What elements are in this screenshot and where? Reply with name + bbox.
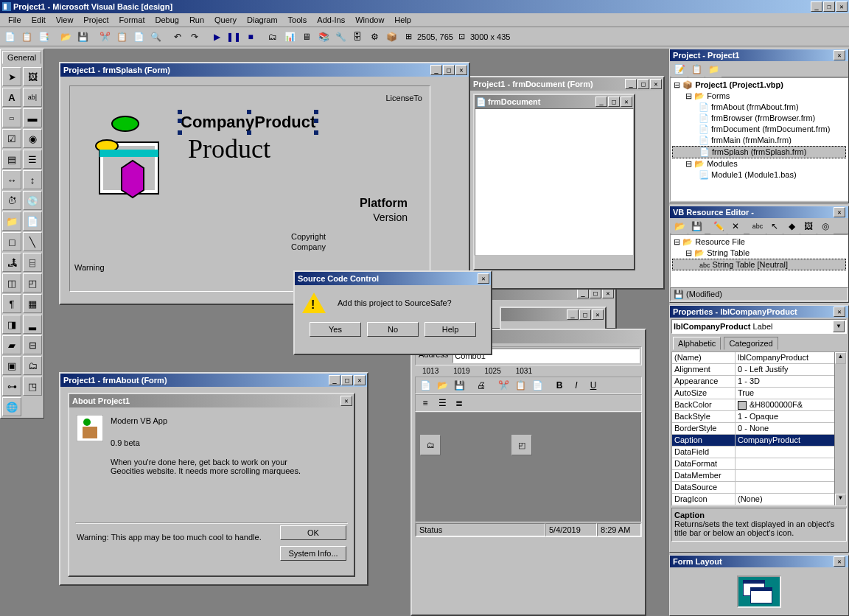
property-row[interactable]: DragIcon(None) <box>672 494 834 505</box>
optionbutton-tool[interactable]: ◉ <box>23 129 42 148</box>
maximize-button[interactable]: □ <box>637 79 649 89</box>
textbox-tool[interactable]: ab| <box>23 88 42 107</box>
redo-button[interactable]: ↷ <box>186 29 203 45</box>
splash-icon[interactable] <box>85 113 173 201</box>
dataview-button[interactable]: 🗄 <box>349 29 366 45</box>
project-explorer-button[interactable]: 🗂 <box>265 29 281 45</box>
about-icon[interactable] <box>77 415 103 441</box>
about-version[interactable]: 0.9 beta <box>111 438 140 447</box>
property-row[interactable]: DataFormat <box>672 458 834 470</box>
property-row[interactable]: BackColor&H8000000F& <box>672 399 834 411</box>
menu-project[interactable]: Project <box>78 14 113 26</box>
frame-tool[interactable]: ▭ <box>2 108 21 127</box>
minimize-button[interactable]: _ <box>625 79 637 89</box>
close-button[interactable]: ✕ <box>340 396 352 406</box>
underline-button[interactable]: U <box>585 377 601 393</box>
toolbox-tab-general[interactable]: General <box>2 51 41 64</box>
tree-string-table[interactable]: ⊟ 📂 String Table <box>672 248 846 259</box>
company-label[interactable]: Company <box>291 242 326 251</box>
object-selector[interactable]: lblCompanyProduct Label ▼ <box>671 319 847 334</box>
property-row[interactable]: DataField <box>672 447 834 458</box>
filelistbox-tool[interactable]: 📄 <box>23 211 42 231</box>
commondialog-control[interactable]: ◰ <box>511 435 532 455</box>
open-button[interactable]: 📂 <box>434 377 450 393</box>
minimize-button[interactable]: _ <box>595 97 607 107</box>
menu-window[interactable]: Window <box>350 14 389 26</box>
copyright-label[interactable]: Copyright <box>291 232 326 241</box>
data-tool[interactable]: ⌸ <box>23 253 42 272</box>
tab-categorized[interactable]: Categorized <box>724 337 778 350</box>
restore-button[interactable]: ❐ <box>823 1 835 12</box>
imagelist-control[interactable]: 🗂 <box>420 435 441 455</box>
minimize-button[interactable]: _ <box>430 65 442 75</box>
tree-project[interactable]: ⊟ 📦 Project1 (Project1.vbp) <box>672 80 846 91</box>
progressbar-tool[interactable]: ▰ <box>2 335 21 354</box>
shape-tool[interactable]: ◻ <box>2 232 21 251</box>
toolbox-button[interactable]: 🔧 <box>332 29 349 45</box>
tree-modules-folder[interactable]: ⊟ 📂 Modules <box>672 158 846 169</box>
break-button[interactable]: ❚❚ <box>226 29 242 45</box>
new-button[interactable]: 📄 <box>417 377 433 393</box>
undo-button[interactable]: ↶ <box>170 29 186 45</box>
close-button[interactable]: ✕ <box>836 1 848 12</box>
close-button[interactable]: ✕ <box>650 79 662 89</box>
about-disclaimer[interactable]: Warning: This app may be too much cool t… <box>77 533 268 542</box>
menu-view[interactable]: View <box>51 14 79 26</box>
tree-form-item[interactable]: 📄 frmDocument (frmDocument.frm) <box>672 124 846 135</box>
picturebox-tool[interactable]: 🖼 <box>23 67 42 86</box>
res-bitmap-button[interactable]: 🖼 <box>800 218 817 234</box>
frmdocument-titlebar[interactable]: Project1 - frmDocument (Form) _ □ ✕ <box>470 77 663 91</box>
property-row[interactable]: BackStyle1 - Opaque <box>672 411 834 423</box>
res-save-button[interactable]: 💾 <box>688 218 705 234</box>
end-button[interactable]: ■ <box>242 29 259 45</box>
dirlistbox-tool[interactable]: 📁 <box>2 211 21 231</box>
no-button[interactable]: No <box>367 322 419 337</box>
maximize-button[interactable]: □ <box>608 97 620 107</box>
timer-tool[interactable]: ⏱ <box>2 191 21 210</box>
property-row[interactable]: DataMember <box>672 470 834 482</box>
license-label[interactable]: LicenseTo <box>385 94 422 102</box>
maximize-button[interactable]: □ <box>443 65 455 75</box>
property-row[interactable]: Appearance1 - 3D <box>672 376 834 388</box>
menu-help[interactable]: Help <box>389 14 416 26</box>
inet-tool[interactable]: 🌐 <box>2 397 21 416</box>
copy-button[interactable]: 📋 <box>512 377 528 393</box>
start-button[interactable]: ▶ <box>209 29 225 45</box>
res-delete-button[interactable]: ✕ <box>727 218 744 234</box>
close-button[interactable]: ✕ <box>455 65 467 75</box>
tree-resource-file[interactable]: ⊟ 📂 Resource File <box>672 237 846 248</box>
company-product-label[interactable]: CompanyProduct <box>181 113 315 131</box>
res-custom-button[interactable]: ◎ <box>817 218 834 234</box>
tree-form-item-selected[interactable]: 📄 frmSplash (frmSplash.frm) <box>672 146 846 158</box>
maximize-button[interactable]: □ <box>590 288 601 298</box>
combobox-tool[interactable]: ▤ <box>2 150 21 169</box>
pointer-tool[interactable]: ➤ <box>2 67 21 86</box>
property-row[interactable]: AutoSizeTrue <box>672 388 834 399</box>
minimize-button[interactable]: _ <box>567 309 579 320</box>
slider-tool[interactable]: ⊶ <box>2 377 21 396</box>
close-button[interactable]: ✕ <box>834 307 845 317</box>
res-cursor-button[interactable]: ↖ <box>766 218 783 234</box>
close-button[interactable]: ✕ <box>592 309 604 320</box>
maximize-button[interactable]: □ <box>341 375 353 385</box>
form-layout-button[interactable]: 🖥 <box>298 29 315 45</box>
about-blurb[interactable]: When you're done here, get back to work … <box>111 458 317 475</box>
line-tool[interactable]: ╲ <box>23 232 42 251</box>
tree-string-neutral[interactable]: abc String Table [Neutral] <box>672 259 846 270</box>
close-button[interactable]: ✕ <box>602 288 614 298</box>
drivelistbox-tool[interactable]: 💿 <box>23 191 42 210</box>
maximize-button[interactable]: □ <box>579 309 591 320</box>
menu-query[interactable]: Query <box>209 14 242 26</box>
res-open-button[interactable]: 📂 <box>671 218 688 234</box>
frmmain-designer[interactable]: frmMain (MDIForm) Address Combo1 1013 10… <box>410 329 646 616</box>
add-form-button[interactable]: 📋 <box>18 29 35 45</box>
paste-button[interactable]: 📄 <box>529 377 545 393</box>
tab-alphabetic[interactable]: Alphabetic <box>673 337 721 350</box>
property-row[interactable]: (Name)lblCompanyProduct <box>672 352 834 364</box>
property-row[interactable]: DataSource <box>672 482 834 494</box>
menu-addins[interactable]: Add-Ins <box>312 14 350 26</box>
res-icon-button[interactable]: ◆ <box>783 218 800 234</box>
close-button[interactable]: ✕ <box>834 50 845 60</box>
ole-tool[interactable]: ◫ <box>2 273 21 293</box>
bold-button[interactable]: B <box>551 377 567 393</box>
